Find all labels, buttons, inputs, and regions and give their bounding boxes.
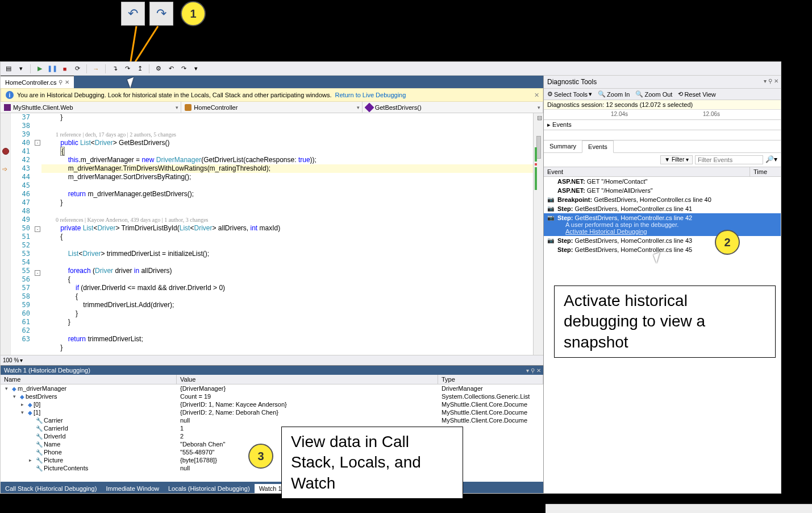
watch-row[interactable]: ▾◆[1]{DriverID: 2, Name: Deborah Chen}My… <box>1 408 543 416</box>
undo-icon-large: ↶ <box>121 2 145 26</box>
diagnostic-event-row[interactable]: 📷Step: GetBestDrivers, HomeController.cs… <box>544 204 781 213</box>
continue-icon[interactable]: ▶ <box>35 64 44 73</box>
diag-close-icon[interactable]: ✕ <box>774 78 778 84</box>
split-editor-icon[interactable]: ⊟ <box>537 114 542 122</box>
close-tab-icon[interactable]: ✕ <box>65 79 69 85</box>
close-window-icon[interactable]: ✕ <box>536 367 541 374</box>
project-dropdown[interactable]: MyShuttle.Client.Web <box>1 102 181 113</box>
zoom-out-button[interactable]: 🔍 Zoom Out <box>635 90 672 98</box>
tab-summary[interactable]: Summary <box>544 140 582 152</box>
diagnostic-event-row[interactable]: ASP.NET: GET "/Home/AllDrivers" <box>544 186 781 195</box>
historical-debugging-infobar: i You are in Historical Debugging. Look … <box>1 88 543 102</box>
diagnostic-toolbar: ⚙ Select Tools ▾ 🔍 Zoom In 🔍 Zoom Out ⟲ … <box>544 89 781 100</box>
select-tools-button[interactable]: ⚙ Select Tools ▾ <box>547 90 592 98</box>
reset-view-button[interactable]: ⟲ Reset View <box>678 90 715 98</box>
diagnostic-event-row[interactable]: ASP.NET: GET "/Home/Contact" <box>544 177 781 186</box>
ruler-tick-1: 12.04s <box>611 111 628 117</box>
historical-back-icon[interactable]: ↶ <box>166 64 176 73</box>
events-header-time[interactable]: Time <box>749 167 781 176</box>
class-label: HomeController <box>194 104 238 111</box>
diagnostic-event-row[interactable]: 📷Breakpoint: GetBestDrivers, HomeControl… <box>544 195 781 204</box>
code-editor[interactable]: ➩ 37383940414243444546474849505152535455… <box>1 113 543 355</box>
diagnostic-filter-row: ▼ Filter ▾ 🔎▾ <box>544 153 781 167</box>
window-dropdown-icon[interactable]: ▾ <box>526 367 529 374</box>
method-icon <box>364 102 374 112</box>
filter-button[interactable]: ▼ Filter ▾ <box>660 155 693 164</box>
watch-panel-title: Watch 1 (Historical Debugging) <box>4 367 90 374</box>
diagnostic-detail-tabs: Summary Events <box>544 140 781 153</box>
diag-dropdown-icon[interactable]: ▾ <box>764 78 767 84</box>
pin-window-icon[interactable]: ⚲ <box>531 367 535 374</box>
callout-marker-2: 2 <box>715 230 740 255</box>
document-tab-bar: HomeController.cs ⚲ ✕ <box>1 76 543 88</box>
bottom-tab[interactable]: Call Stack (Historical Debugging) <box>1 484 101 493</box>
filter-events-input[interactable] <box>695 155 763 164</box>
csproj-icon <box>4 104 11 111</box>
callout-box-bottom: View data in Call Stack, Locals, and Wat… <box>281 427 463 499</box>
toolbar-overflow-icon[interactable]: ▾ <box>191 64 201 73</box>
info-icon: i <box>6 91 14 99</box>
diagnostic-tools-panel: Diagnostic Tools ▾ ⚲ ✕ ⚙ Select Tools ▾ … <box>543 76 781 493</box>
pin-icon[interactable]: ⚲ <box>59 79 63 85</box>
toolbar-options-icon[interactable]: ▤ <box>4 64 13 73</box>
redo-icon-large: ↷ <box>149 2 173 26</box>
watch-panel-title-bar: Watch 1 (Historical Debugging) ▾ ⚲ ✕ <box>1 366 543 375</box>
bottom-tab[interactable]: Immediate Window <box>101 484 164 493</box>
diagnostic-events-header: Event Time <box>544 167 781 177</box>
horizontal-scrollbar[interactable] <box>546 504 812 513</box>
ruler-tick-2: 12.06s <box>703 111 720 117</box>
callout-box-right: Activate historical debugging to view a … <box>554 286 776 358</box>
diagnostic-title-bar: Diagnostic Tools ▾ ⚲ ✕ <box>544 76 781 89</box>
annotation-top-strip: ↶ ↷ 1 <box>0 0 812 61</box>
tab-events[interactable]: Events <box>582 140 614 153</box>
toolbar-dropdown-icon[interactable]: ▾ <box>16 64 26 73</box>
return-live-debugging-link[interactable]: Return to Live Debugging <box>335 92 406 98</box>
step-into-icon[interactable]: ↴ <box>110 64 119 73</box>
watch-header-value[interactable]: Value <box>177 375 438 384</box>
watch-row[interactable]: ▸◆[0]{DriverID: 1, Name: Kaycee Anderson… <box>1 400 543 408</box>
stop-icon[interactable]: ■ <box>60 64 69 73</box>
debug-toolbar: ▤ ▾ ▶ ❚❚ ■ ⟳ → ↴ ↷ ↥ ⚙ ↶ ↷ ▾ <box>1 62 781 76</box>
diagnostic-event-row[interactable]: 📷Step: GetBestDrivers, HomeController.cs… <box>544 236 781 245</box>
vertical-scrollbar[interactable] <box>536 136 541 159</box>
editor-zoom-bar: 100 % ▾ <box>1 355 543 365</box>
bottom-tab[interactable]: Locals (Historical Debugging) <box>164 484 255 493</box>
diagnostic-event-row[interactable]: Step: GetBestDrivers, HomeController.cs … <box>544 245 781 254</box>
restart-icon[interactable]: ⟳ <box>73 64 82 73</box>
historical-forward-icon[interactable]: ↷ <box>179 64 188 73</box>
diag-pin-icon[interactable]: ⚲ <box>768 78 772 84</box>
watch-header-type[interactable]: Type <box>438 375 543 384</box>
method-dropdown[interactable]: GetBestDrivers() <box>363 102 543 113</box>
diagnostic-session-info: Diagnostics session: 12 seconds (12.072 … <box>544 100 781 110</box>
watch-row[interactable]: ▾◆m_driverManager{DriverManager}DriverMa… <box>1 384 543 392</box>
zoom-dropdown-icon[interactable]: ▾ <box>20 357 23 363</box>
watch-header-name[interactable]: Name <box>1 375 177 384</box>
watch-row[interactable]: ▾◆bestDriversCount = 19System.Collection… <box>1 392 543 400</box>
project-label: MyShuttle.Client.Web <box>13 104 73 111</box>
pause-icon[interactable]: ❚❚ <box>48 64 57 73</box>
zoom-level[interactable]: 100 % <box>3 357 19 363</box>
diagnostic-events-summary[interactable]: ▸ Events <box>544 120 781 130</box>
file-tab-label: HomeController.cs <box>5 79 56 86</box>
editor-scroll-margin[interactable]: ⊟ <box>533 113 543 355</box>
watch-row[interactable]: 🔧CarriernullMyShuttle.Client.Core.Docume <box>1 416 543 424</box>
events-header-event[interactable]: Event <box>544 167 749 176</box>
zoom-in-button[interactable]: 🔍 Zoom In <box>598 90 630 98</box>
class-dropdown[interactable]: HomeController <box>181 102 362 113</box>
file-tab-homecontroller[interactable]: HomeController.cs ⚲ ✕ <box>1 76 74 88</box>
show-next-statement-icon[interactable]: → <box>91 64 101 73</box>
diagnostic-title: Diagnostic Tools <box>547 78 597 86</box>
search-icon[interactable]: 🔎▾ <box>765 155 777 164</box>
step-out-icon[interactable]: ↥ <box>135 64 144 73</box>
step-over-icon[interactable]: ↷ <box>123 64 132 73</box>
close-infobar-icon[interactable]: ✕ <box>534 92 539 99</box>
diagnostic-event-row[interactable]: 📷Step: GetBestDrivers, HomeController.cs… <box>544 213 781 236</box>
method-label: GetBestDrivers() <box>375 104 422 111</box>
callout-marker-1: 1 <box>181 1 206 26</box>
intellitrace-icon[interactable]: ⚙ <box>154 64 163 73</box>
diagnostic-timeline-ruler[interactable]: 12.04s 12.06s <box>544 110 781 120</box>
infobar-text: You are in Historical Debugging. Look fo… <box>17 92 332 98</box>
class-icon <box>185 104 191 111</box>
callout-marker-3: 3 <box>248 444 273 469</box>
editor-nav-dropdowns: MyShuttle.Client.Web HomeController GetB… <box>1 102 543 113</box>
